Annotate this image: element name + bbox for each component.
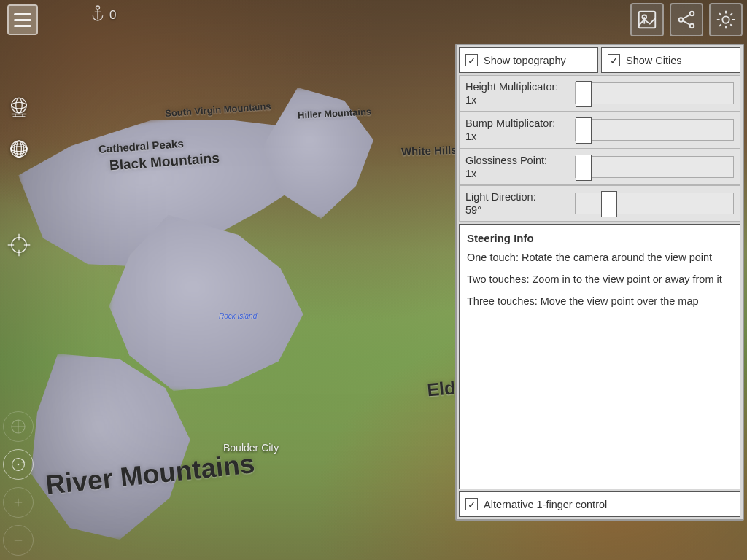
heading-value: 0 — [109, 8, 116, 23]
svg-point-27 — [690, 12, 694, 16]
slider-row: Light Direction:59° — [459, 185, 740, 222]
steering-info-line: Three touches: Move the view point over … — [467, 295, 732, 307]
svg-point-6 — [11, 141, 27, 157]
slider-track[interactable] — [575, 82, 734, 104]
slider-value: 1x — [465, 93, 568, 106]
slider-track[interactable] — [575, 192, 734, 214]
left-tools-bottom — [3, 411, 36, 556]
slider-thumb[interactable] — [576, 155, 592, 181]
svg-point-0 — [96, 6, 100, 9]
svg-point-7 — [11, 147, 27, 152]
slider-track[interactable] — [575, 119, 734, 141]
show-topography-label: Show topography — [484, 55, 566, 66]
top-right-toolbar — [630, 3, 743, 36]
slider-thumb[interactable] — [576, 81, 592, 107]
slider-labels: Bump Multiplicator:1x — [465, 117, 568, 143]
slider-thumb[interactable] — [576, 117, 592, 144]
slider-row: Bump Multiplicator:1x — [459, 112, 740, 148]
steering-info-box: Steering Info One touch: Rotate the came… — [459, 224, 740, 489]
svg-point-8 — [11, 144, 27, 155]
slider-value: 59° — [465, 203, 568, 217]
slider-label: Light Direction: — [465, 190, 568, 203]
svg-line-29 — [683, 15, 690, 19]
left-tools-upper — [4, 93, 36, 165]
svg-point-20 — [18, 464, 20, 466]
visibility-row: Show topography Show Cities — [459, 47, 740, 73]
alt-control-label: Alternative 1-finger control — [484, 499, 607, 510]
svg-point-28 — [690, 24, 694, 28]
svg-point-5 — [16, 98, 23, 112]
svg-point-3 — [12, 98, 26, 112]
left-tools-mid — [4, 230, 36, 260]
globe-solid-button[interactable] — [4, 93, 34, 122]
checkbox-icon — [608, 54, 620, 66]
locate-button[interactable] — [4, 230, 34, 260]
slider-thumb[interactable] — [601, 191, 617, 217]
anchor-icon — [90, 4, 105, 26]
show-topography-checkbox[interactable]: Show topography — [459, 47, 598, 73]
zoom-in-button[interactable] — [3, 487, 34, 518]
heading-indicator: 0 — [90, 4, 116, 26]
menu-button[interactable] — [7, 4, 38, 35]
basemap-button[interactable] — [630, 3, 664, 36]
show-cities-checkbox[interactable]: Show Cities — [601, 47, 740, 73]
slider-row: Glossiness Point:1x — [459, 149, 740, 185]
share-button[interactable] — [670, 3, 703, 36]
svg-rect-24 — [639, 12, 656, 28]
slider-labels: Height Multiplicator:1x — [465, 80, 568, 106]
steering-info-line: One touch: Rotate the camera around the … — [467, 252, 732, 263]
slider-labels: Light Direction:59° — [465, 190, 568, 217]
globe-wire-button[interactable] — [4, 136, 34, 165]
slider-labels: Glossiness Point:1x — [465, 154, 568, 180]
svg-point-31 — [722, 16, 729, 23]
svg-point-10 — [14, 141, 24, 157]
slider-label: Bump Multiplicator: — [465, 117, 568, 130]
checkbox-icon — [465, 498, 478, 510]
slider-label: Glossiness Point: — [465, 154, 568, 167]
checkbox-icon — [465, 54, 478, 66]
show-cities-label: Show Cities — [626, 55, 682, 66]
steering-info-line: Two touches: Zoom in to the view point o… — [467, 273, 732, 285]
slider-label: Height Multiplicator: — [465, 80, 568, 93]
steering-info-title: Steering Info — [467, 232, 732, 244]
svg-line-30 — [683, 20, 690, 25]
svg-point-26 — [679, 18, 684, 22]
svg-point-9 — [17, 141, 22, 157]
slider-track[interactable] — [575, 156, 734, 178]
zoom-out-button[interactable] — [3, 525, 34, 556]
slider-value: 1x — [465, 130, 568, 143]
rotate-button[interactable] — [3, 449, 34, 480]
slider-value: 1x — [465, 167, 568, 180]
settings-panel: Show topography Show Cities Height Multi… — [455, 44, 744, 521]
compass-button[interactable] — [3, 411, 34, 442]
alt-control-checkbox[interactable]: Alternative 1-finger control — [459, 491, 740, 517]
svg-point-4 — [12, 102, 26, 109]
app-stage: South Virgin MountainsHiller MountainsCa… — [0, 0, 747, 560]
sliders-group: Height Multiplicator:1xBump Multiplicato… — [459, 75, 740, 222]
settings-button[interactable] — [709, 3, 743, 36]
slider-row: Height Multiplicator:1x — [459, 75, 740, 112]
